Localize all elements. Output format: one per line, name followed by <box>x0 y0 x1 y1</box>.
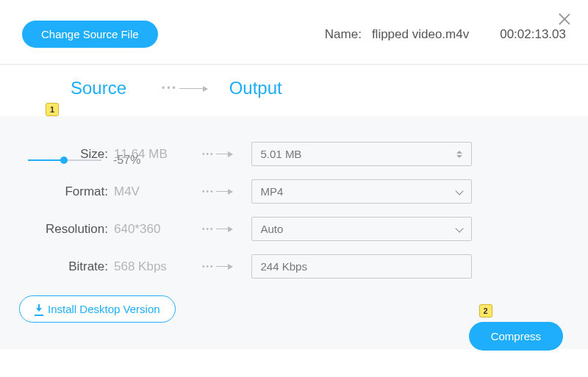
row-format: Format: M4V ••• MP4 <box>0 173 588 210</box>
arrow-right-icon: ••• <box>162 83 207 93</box>
resolution-output-select[interactable]: Auto <box>251 217 472 241</box>
row-bitrate: Bitrate: 568 Kbps ••• 244 Kbps <box>0 248 588 285</box>
format-label: Format: <box>0 184 114 199</box>
size-output-stepper[interactable]: 5.01 MB <box>251 142 472 166</box>
output-heading: Output <box>229 78 282 98</box>
compress-button[interactable]: Compress <box>469 322 563 351</box>
compress-wrap: 2 Compress <box>469 322 563 351</box>
install-desktop-label: Install Desktop Version <box>48 303 160 315</box>
column-headings: Source ••• Output <box>0 65 588 116</box>
arrow-right-icon: ••• <box>202 187 232 195</box>
bitrate-output-field[interactable]: 244 Kbps <box>251 254 472 279</box>
source-heading: Source <box>71 78 126 98</box>
chevron-down-icon <box>455 227 462 231</box>
callout-badge-1: 1 <box>46 103 59 116</box>
chevron-down-icon <box>455 190 462 194</box>
arrow-right-icon: ••• <box>202 150 232 158</box>
download-icon <box>35 304 43 315</box>
change-source-button[interactable]: Change Source File <box>22 21 158 48</box>
compression-percentage: -57% <box>113 154 140 167</box>
resolution-source-value: 640*360 <box>114 222 187 237</box>
arrow-right-icon: ••• <box>202 225 232 233</box>
bitrate-source-value: 568 Kbps <box>114 259 187 274</box>
name-label: Name: <box>325 27 362 42</box>
callout-badge-2: 2 <box>479 304 492 317</box>
stepper-icon <box>456 151 462 158</box>
topbar: Change Source File Name: flipped video.m… <box>0 0 588 64</box>
file-name-value: flipped video.m4v <box>372 27 469 42</box>
file-name-row: Name: flipped video.m4v 00:02:13.03 <box>325 27 566 42</box>
bitrate-label: Bitrate: <box>0 259 114 274</box>
compression-slider[interactable]: -57% <box>28 154 146 167</box>
duration-value: 00:02:13.03 <box>500 27 566 42</box>
format-source-value: M4V <box>114 184 187 199</box>
settings-panel: 1 Size: 11.64 MB ••• 5.01 MB -57% Format… <box>0 116 588 349</box>
close-icon[interactable] <box>557 12 572 26</box>
size-output-value: 5.01 MB <box>261 148 302 160</box>
arrow-right-icon: ••• <box>202 262 232 270</box>
resolution-label: Resolution: <box>0 222 114 237</box>
format-output-select[interactable]: MP4 <box>251 179 472 204</box>
resolution-output-value: Auto <box>261 223 284 235</box>
format-output-value: MP4 <box>261 185 284 198</box>
bitrate-output-value: 244 Kbps <box>261 260 307 273</box>
install-desktop-button[interactable]: Install Desktop Version <box>19 295 176 323</box>
row-resolution: Resolution: 640*360 ••• Auto <box>0 210 588 248</box>
